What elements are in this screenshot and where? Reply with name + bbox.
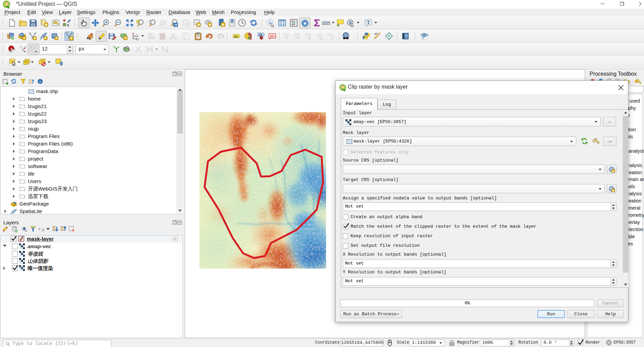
svg-text:1:1: 1:1 [162,21,165,24]
svg-text:i: i [269,20,271,25]
svg-text:a: a [67,22,69,27]
svg-text:T: T [367,20,370,25]
svg-text:?: ? [405,34,407,39]
svg-text:ε: ε [39,226,41,231]
svg-text:abc: abc [270,34,275,38]
svg-text:abc: abc [234,35,239,38]
